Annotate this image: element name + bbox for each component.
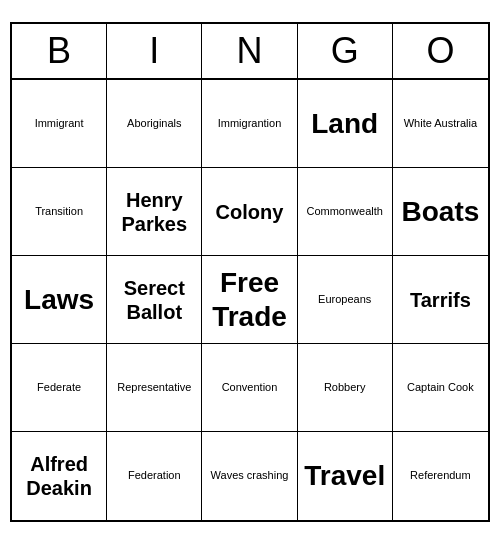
bingo-grid: ImmigrantAboriginalsImmigrantionLandWhit… xyxy=(12,80,488,520)
bingo-header-letter: G xyxy=(298,24,393,78)
bingo-cell-4-0: Alfred Deakin xyxy=(12,432,107,520)
bingo-cell-4-3: Travel xyxy=(298,432,393,520)
bingo-cell-4-2: Waves crashing xyxy=(202,432,297,520)
bingo-cell-1-3: Commonwealth xyxy=(298,168,393,256)
bingo-cell-0-2: Immigrantion xyxy=(202,80,297,168)
bingo-cell-1-0: Transition xyxy=(12,168,107,256)
bingo-cell-0-4: White Australia xyxy=(393,80,488,168)
bingo-header-letter: B xyxy=(12,24,107,78)
bingo-cell-2-2: Free Trade xyxy=(202,256,297,344)
bingo-header-letter: N xyxy=(202,24,297,78)
bingo-cell-0-1: Aboriginals xyxy=(107,80,202,168)
bingo-cell-2-4: Tarrifs xyxy=(393,256,488,344)
bingo-cell-2-0: Laws xyxy=(12,256,107,344)
bingo-cell-1-2: Colony xyxy=(202,168,297,256)
bingo-header: BINGO xyxy=(12,24,488,80)
bingo-cell-3-2: Convention xyxy=(202,344,297,432)
bingo-header-letter: O xyxy=(393,24,488,78)
bingo-cell-3-1: Representative xyxy=(107,344,202,432)
bingo-cell-2-3: Europeans xyxy=(298,256,393,344)
bingo-cell-4-1: Federation xyxy=(107,432,202,520)
bingo-cell-3-3: Robbery xyxy=(298,344,393,432)
bingo-card: BINGO ImmigrantAboriginalsImmigrantionLa… xyxy=(10,22,490,522)
bingo-cell-1-4: Boats xyxy=(393,168,488,256)
bingo-cell-3-0: Federate xyxy=(12,344,107,432)
bingo-cell-4-4: Referendum xyxy=(393,432,488,520)
bingo-cell-1-1: Henry Parkes xyxy=(107,168,202,256)
bingo-cell-0-3: Land xyxy=(298,80,393,168)
bingo-cell-0-0: Immigrant xyxy=(12,80,107,168)
bingo-header-letter: I xyxy=(107,24,202,78)
bingo-cell-2-1: Serect Ballot xyxy=(107,256,202,344)
bingo-cell-3-4: Captain Cook xyxy=(393,344,488,432)
